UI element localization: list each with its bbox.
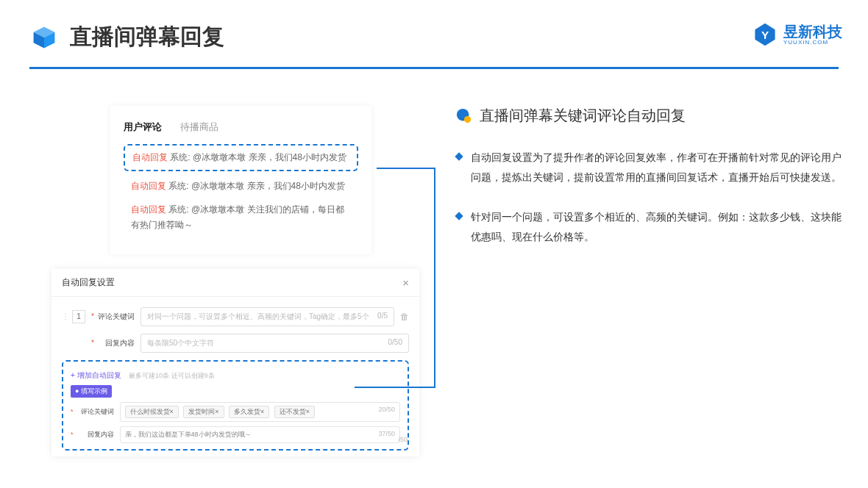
auto-reply-tag: 自动回复 bbox=[132, 152, 168, 162]
comment-row: 自动回复 系统: @冰墩墩本墩 关注我们的店铺，每日都有热门推荐呦～ bbox=[124, 202, 358, 234]
settings-card: 自动回复设置 × ⋮⋮ 1 * 评论关键词 对同一个问题，可设置多个相近、高频的… bbox=[51, 269, 419, 456]
page-title: 直播间弹幕回复 bbox=[70, 22, 224, 52]
highlighted-reply: 自动回复 系统: @冰墩墩本墩 亲亲，我们48小时内发货 bbox=[124, 144, 358, 171]
close-icon[interactable]: × bbox=[402, 276, 409, 289]
keyword-label: 评论关键词 bbox=[96, 312, 135, 322]
example-section: + 增加自动回复 最多可建10条 还可以创建9条 ● 填写示例 * 评论关键词 … bbox=[62, 360, 409, 451]
brand-sub: YUUXIN.COM bbox=[783, 39, 842, 46]
row-number: 1 bbox=[72, 310, 85, 323]
svg-text:Y: Y bbox=[761, 29, 769, 41]
connector-line bbox=[377, 168, 434, 169]
brand-name: 昱新科技 bbox=[783, 24, 842, 39]
tab-pending-goods[interactable]: 待播商品 bbox=[180, 121, 218, 134]
bullet-1: 自动回复设置为了提升作者的评论回复效率，作者可在开播前针对常见的评论用户问题，提… bbox=[456, 148, 842, 187]
tab-user-comments[interactable]: 用户评论 bbox=[124, 121, 162, 134]
connector-line bbox=[434, 168, 435, 388]
settings-title: 自动回复设置 bbox=[62, 276, 115, 289]
trash-icon[interactable]: 🗑 bbox=[400, 312, 409, 322]
example-reply-input[interactable]: 亲，我们这边都是下单48小时内发货的哦～ 37/50 bbox=[120, 426, 400, 443]
bullet-2: 针对同一个问题，可设置多个相近的、高频的关键词。例如：这款多少钱、这块能优惠吗、… bbox=[456, 207, 842, 246]
connector-line bbox=[355, 387, 434, 388]
svg-point-6 bbox=[464, 116, 471, 123]
section-title: 直播间弹幕关键词评论自动回复 bbox=[480, 106, 686, 126]
add-hint: 最多可建10条 还可以创建9条 bbox=[129, 372, 215, 379]
diamond-icon bbox=[455, 152, 463, 160]
cube-icon bbox=[29, 23, 59, 52]
diamond-icon bbox=[455, 212, 463, 220]
bubble-icon bbox=[456, 108, 472, 124]
outside-counter: /50 bbox=[398, 436, 408, 443]
drag-handle-icon[interactable]: ⋮⋮ bbox=[62, 312, 69, 320]
brand-logo: Y 昱新科技 YUUXIN.COM bbox=[753, 22, 842, 47]
comment-row: 自动回复 系统: @冰墩墩本墩 亲亲，我们48小时内发货 bbox=[124, 179, 358, 195]
example-badge: ● 填写示例 bbox=[71, 385, 112, 398]
example-keyword-input[interactable]: 什么时候发货× 发货时间× 多久发货× 还不发货× 20/50 bbox=[120, 402, 400, 422]
reply-content-input[interactable]: 每条限50个中文字符 0/50 bbox=[140, 334, 409, 353]
keyword-input[interactable]: 对同一个问题，可设置多个相近、高频的关键词，Tag确定，最多5个 0/5 bbox=[140, 307, 394, 326]
reply-content-label: 回复内容 bbox=[96, 338, 135, 348]
comments-card: 用户评论 待播商品 自动回复 系统: @冰墩墩本墩 亲亲，我们48小时内发货 自… bbox=[110, 106, 371, 254]
add-auto-reply-link[interactable]: + 增加自动回复 bbox=[71, 371, 121, 379]
